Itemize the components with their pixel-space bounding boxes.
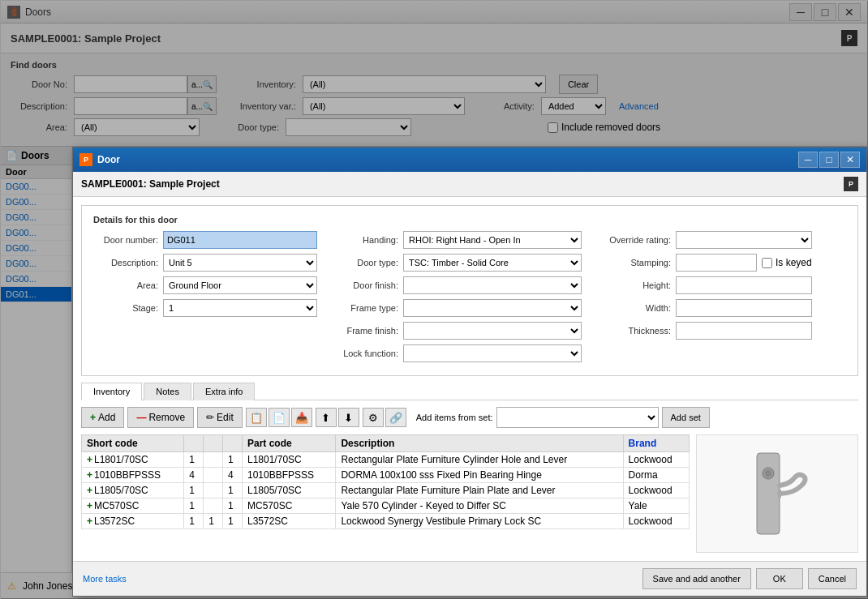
frame-type-label: Frame type: bbox=[330, 303, 403, 313]
cell-brand: Lockwood bbox=[623, 452, 689, 468]
tab-extra-info[interactable]: Extra info bbox=[193, 383, 255, 400]
width-label: Width: bbox=[595, 303, 676, 313]
edit-button[interactable]: ✏ Edit bbox=[197, 407, 243, 428]
add-items-from-set-label: Add items from set: bbox=[416, 413, 493, 422]
lock-function-label: Lock function: bbox=[330, 349, 403, 358]
door-col-2: Handing: RHOI: Right Hand - Open In Door… bbox=[330, 231, 582, 367]
cell-partcode: L3572SC bbox=[243, 514, 336, 529]
width-input[interactable] bbox=[676, 299, 812, 317]
door-modal-appheader: SAMPLE0001: Sample Project P bbox=[73, 172, 866, 197]
override-rating-select[interactable] bbox=[676, 231, 812, 249]
door-modal-icon: P bbox=[79, 153, 92, 166]
door-modal-close[interactable]: ✕ bbox=[840, 152, 860, 168]
thickness-input[interactable] bbox=[676, 322, 812, 340]
frame-finish-row: Frame finish: bbox=[330, 322, 582, 340]
cell-c4: 1 bbox=[223, 452, 243, 468]
door-finish-select[interactable] bbox=[403, 276, 582, 294]
cell-description: Rectangular Plate Furniture Plain Plate … bbox=[336, 483, 623, 498]
door-number-input[interactable] bbox=[163, 231, 317, 249]
door-handle-image bbox=[712, 445, 842, 542]
door-modal-footer: More tasks Save and add another OK Cance… bbox=[73, 561, 866, 596]
stage-label-modal: Stage: bbox=[90, 303, 163, 313]
icon-btn-4[interactable]: ⬆ bbox=[316, 408, 337, 427]
icon-btn-6[interactable]: ⚙ bbox=[363, 408, 384, 427]
icon-btn-7[interactable]: 🔗 bbox=[385, 408, 406, 427]
icon-btn-3[interactable]: 📥 bbox=[291, 408, 312, 427]
cell-partcode: 1010BBFPSSS bbox=[243, 468, 336, 483]
inventory-toolbar: + Add — Remove ✏ Edit 📋 📄 📥 ⬆ bbox=[81, 407, 858, 428]
override-rating-label: Override rating: bbox=[595, 235, 676, 245]
cell-c2: 4 bbox=[184, 468, 204, 483]
door-modal-maximize[interactable]: □ bbox=[819, 152, 839, 168]
svg-point-2 bbox=[765, 470, 771, 477]
table-row[interactable]: +1010BBFPSSS 4 4 1010BBFPSSS DORMA 100x1… bbox=[82, 468, 690, 483]
cancel-button[interactable]: Cancel bbox=[808, 568, 857, 589]
door-image-panel bbox=[696, 434, 858, 553]
door-number-row: Door number: bbox=[90, 231, 317, 249]
icon-group-2: ⬆ ⬇ bbox=[316, 408, 359, 427]
door-type-row: Door type: TSC: Timber - Solid Core bbox=[330, 254, 582, 272]
height-input[interactable] bbox=[676, 276, 812, 294]
description-label-modal: Description: bbox=[90, 258, 163, 267]
icon-btn-5[interactable]: ⬇ bbox=[338, 408, 359, 427]
cell-c3: 1 bbox=[204, 514, 223, 529]
save-and-add-button[interactable]: Save and add another bbox=[642, 568, 751, 589]
table-row[interactable]: +L1801/70SC 1 1 L1801/70SC Rectangular P… bbox=[82, 452, 690, 468]
add-items-select[interactable] bbox=[496, 407, 659, 428]
cell-c4: 4 bbox=[223, 468, 243, 483]
door-modal-titlebar: P Door ─ □ ✕ bbox=[73, 148, 866, 172]
door-modal-minimize[interactable]: ─ bbox=[798, 152, 818, 168]
tab-notes[interactable]: Notes bbox=[144, 383, 191, 400]
icon-group-1: 📋 📄 📥 bbox=[246, 408, 312, 427]
area-label-modal: Area: bbox=[90, 280, 163, 290]
remove-button[interactable]: — Remove bbox=[127, 407, 194, 428]
cell-description: Yale 570 Cylinder - Keyed to Differ SC bbox=[336, 498, 623, 514]
cell-c3 bbox=[204, 452, 223, 468]
stage-row: Stage: 1 bbox=[90, 299, 317, 317]
cell-description: DORMA 100x100 sss Fixed Pin Bearing Hing… bbox=[336, 468, 623, 483]
door-modal-body: Details for this door Door number: Descr… bbox=[73, 197, 866, 561]
width-row: Width: bbox=[595, 299, 812, 317]
tab-inventory[interactable]: Inventory bbox=[81, 383, 142, 400]
cell-c2: 1 bbox=[184, 452, 204, 468]
icon-btn-1[interactable]: 📋 bbox=[246, 408, 267, 427]
area-select-modal[interactable]: Ground Floor bbox=[163, 276, 317, 294]
frame-type-select[interactable] bbox=[403, 299, 582, 317]
door-type-select-modal[interactable]: TSC: Timber - Solid Core bbox=[403, 254, 582, 272]
table-row[interactable]: +L3572SC 1 1 1 L3572SC Lockwood Synergy … bbox=[82, 514, 690, 529]
col-header-brand: Brand bbox=[623, 435, 689, 452]
frame-finish-label: Frame finish: bbox=[330, 326, 403, 336]
main-window: 🚪 Doors ─ □ ✕ SAMPLE0001: Sample Project… bbox=[0, 0, 868, 599]
door-modal-app-title: SAMPLE0001: Sample Project bbox=[81, 178, 220, 190]
handing-select[interactable]: RHOI: Right Hand - Open In bbox=[403, 231, 582, 249]
cell-c4: 1 bbox=[223, 483, 243, 498]
add-button[interactable]: + Add bbox=[81, 407, 124, 428]
door-details-fields: Door number: Description: Unit 5 Area: bbox=[90, 231, 849, 367]
door-col-3: Override rating: Stamping: Is keyed bbox=[595, 231, 812, 367]
cell-brand: Lockwood bbox=[623, 514, 689, 529]
description-select[interactable]: Unit 5 bbox=[163, 254, 317, 272]
cell-c2: 1 bbox=[184, 498, 204, 514]
lock-function-select[interactable] bbox=[403, 344, 582, 362]
cell-c4: 1 bbox=[223, 498, 243, 514]
stage-select[interactable]: 1 bbox=[163, 299, 317, 317]
door-finish-label: Door finish: bbox=[330, 280, 403, 290]
height-row: Height: bbox=[595, 276, 812, 294]
cell-description: Lockwood Synergy Vestibule Primary Lock … bbox=[336, 514, 623, 529]
add-set-button[interactable]: Add set bbox=[662, 407, 710, 428]
col-header-c2 bbox=[184, 435, 204, 452]
thickness-row: Thickness: bbox=[595, 322, 812, 340]
table-row[interactable]: +MC570SC 1 1 MC570SC Yale 570 Cylinder -… bbox=[82, 498, 690, 514]
cell-description: Rectangular Plate Furniture Cylinder Hol… bbox=[336, 452, 623, 468]
col-header-shortcode: Short code bbox=[82, 435, 184, 452]
cell-shortcode: +L1801/70SC bbox=[82, 452, 184, 468]
frame-finish-select[interactable] bbox=[403, 322, 582, 340]
is-keyed-checkbox[interactable] bbox=[762, 258, 772, 268]
table-row[interactable]: +L1805/70SC 1 1 L1805/70SC Rectangular P… bbox=[82, 483, 690, 498]
more-tasks-modal-link[interactable]: More tasks bbox=[83, 574, 127, 584]
icon-btn-2[interactable]: 📄 bbox=[269, 408, 290, 427]
cell-c3 bbox=[204, 483, 223, 498]
door-modal: P Door ─ □ ✕ SAMPLE0001: Sample Project … bbox=[72, 147, 867, 597]
stamping-input[interactable] bbox=[676, 254, 757, 272]
ok-button[interactable]: OK bbox=[756, 568, 803, 589]
